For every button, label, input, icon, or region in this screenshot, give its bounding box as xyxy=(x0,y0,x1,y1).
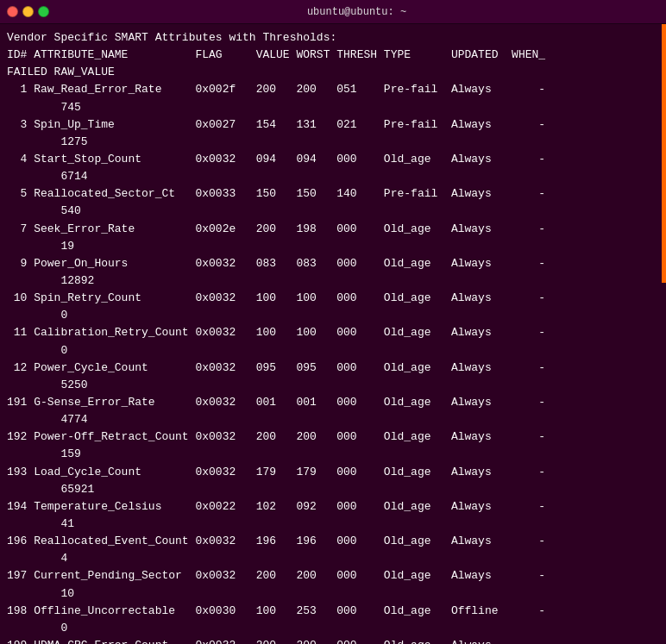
close-button[interactable] xyxy=(7,6,18,17)
terminal-line: 5250 xyxy=(7,377,659,394)
terminal-line: 197 Current_Pending_Sector 0x0032 200 20… xyxy=(7,567,659,585)
maximize-button[interactable] xyxy=(38,6,49,17)
terminal-line: 159 xyxy=(7,446,659,463)
terminal-line: Vendor Specific SMART Attributes with Th… xyxy=(7,29,659,47)
terminal-line: 65921 xyxy=(7,481,659,498)
terminal-line: 6714 xyxy=(7,168,659,185)
terminal-line: 191 G-Sense_Error_Rate 0x0032 001 001 00… xyxy=(7,394,659,411)
terminal-line: 4774 xyxy=(7,411,659,428)
traffic-lights xyxy=(7,6,49,17)
terminal-line: 1 Raw_Read_Error_Rate 0x002f 200 200 051… xyxy=(7,81,659,98)
terminal-line: 7 Seek_Error_Rate 0x002e 200 198 000 Old… xyxy=(7,221,659,238)
terminal-line: 745 xyxy=(7,99,659,116)
terminal-line: 194 Temperature_Celsius 0x0022 102 092 0… xyxy=(7,498,659,516)
window-title: ubuntu@ubuntu: ~ xyxy=(54,6,659,18)
minimize-button[interactable] xyxy=(22,6,34,17)
terminal-line: FAILED RAW_VALUE xyxy=(7,64,659,81)
terminal-output: Vendor Specific SMART Attributes with Th… xyxy=(0,24,666,644)
terminal-line: 10 xyxy=(7,585,659,603)
terminal-line: 4 Start_Stop_Count 0x0032 094 094 000 Ol… xyxy=(7,151,659,168)
terminal-line: 192 Power-Off_Retract_Count 0x0032 200 2… xyxy=(7,428,659,446)
title-bar: ubuntu@ubuntu: ~ xyxy=(0,0,666,24)
terminal-line: 3 Spin_Up_Time 0x0027 154 131 021 Pre-fa… xyxy=(7,116,659,134)
terminal-line: 12892 xyxy=(7,272,659,290)
terminal-line: 199 UDMA_CRC_Error_Count 0x0032 200 200 … xyxy=(7,637,659,644)
terminal-line: 193 Load_Cycle_Count 0x0032 179 179 000 … xyxy=(7,464,659,481)
terminal-line: 41 xyxy=(7,516,659,533)
terminal-line: 19 xyxy=(7,238,659,255)
terminal-line: 196 Reallocated_Event_Count 0x0032 196 1… xyxy=(7,533,659,550)
terminal-line: 12 Power_Cycle_Count 0x0032 095 095 000 … xyxy=(7,360,659,377)
terminal-line: 10 Spin_Retry_Count 0x0032 100 100 000 O… xyxy=(7,290,659,307)
terminal-line: ID# ATTRIBUTE_NAME FLAG VALUE WORST THRE… xyxy=(7,47,659,64)
scrollbar[interactable] xyxy=(662,24,666,283)
terminal-line: 540 xyxy=(7,203,659,220)
terminal-line: 0 xyxy=(7,307,659,324)
terminal-line: 198 Offline_Uncorrectable 0x0030 100 253… xyxy=(7,603,659,620)
terminal-line: 9 Power_On_Hours 0x0032 083 083 000 Old_… xyxy=(7,255,659,272)
terminal-line: 11 Calibration_Retry_Count 0x0032 100 10… xyxy=(7,324,659,341)
terminal-line: 5 Reallocated_Sector_Ct 0x0033 150 150 1… xyxy=(7,185,659,203)
terminal-line: 0 xyxy=(7,620,659,637)
terminal-line: 1275 xyxy=(7,134,659,151)
terminal-line: 4 xyxy=(7,550,659,567)
terminal-line: 0 xyxy=(7,342,659,360)
